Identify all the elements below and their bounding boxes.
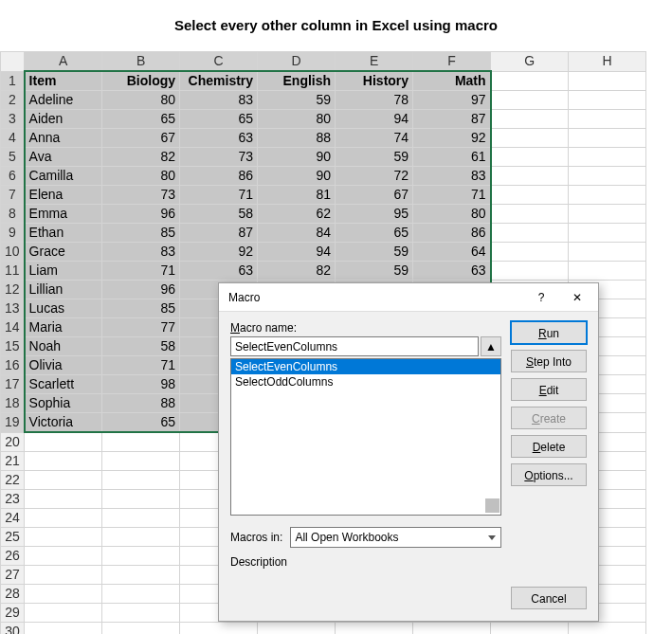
cell[interactable]: 80: [413, 205, 491, 224]
cell[interactable]: [25, 432, 102, 451]
cell[interactable]: Lillian: [25, 281, 102, 299]
row-header[interactable]: 20: [1, 432, 25, 451]
cell[interactable]: [336, 622, 413, 634]
row-header[interactable]: 25: [1, 527, 25, 546]
macros-in-select[interactable]: All Open Workbooks: [290, 527, 501, 548]
row-header[interactable]: 14: [1, 318, 25, 337]
cell[interactable]: Anna: [25, 129, 102, 148]
row-header[interactable]: 8: [1, 205, 25, 224]
cell[interactable]: [25, 584, 102, 603]
cell[interactable]: 85: [102, 299, 180, 318]
row-header[interactable]: 18: [1, 394, 25, 413]
cell[interactable]: 84: [258, 224, 336, 243]
cell[interactable]: [569, 205, 646, 224]
cell[interactable]: 83: [180, 91, 258, 110]
row-header[interactable]: 23: [1, 489, 25, 508]
cell[interactable]: 96: [102, 205, 180, 224]
cell[interactable]: 58: [102, 337, 180, 356]
cell[interactable]: 59: [336, 148, 413, 167]
cell[interactable]: Lucas: [25, 299, 102, 318]
cell[interactable]: [102, 622, 180, 634]
row-header[interactable]: 3: [1, 110, 25, 129]
cell[interactable]: 78: [336, 91, 413, 110]
cell[interactable]: Ava: [25, 148, 102, 167]
cell[interactable]: Math: [413, 71, 491, 91]
cell[interactable]: 62: [258, 205, 336, 224]
cell[interactable]: [491, 167, 569, 186]
cell[interactable]: [491, 110, 569, 129]
cell[interactable]: 88: [258, 129, 336, 148]
row-header[interactable]: 6: [1, 167, 25, 186]
cell[interactable]: [25, 565, 102, 584]
row-header[interactable]: 29: [1, 603, 25, 622]
cell[interactable]: [491, 148, 569, 167]
cell[interactable]: 59: [336, 243, 413, 262]
row-header[interactable]: 24: [1, 508, 25, 527]
cell[interactable]: [491, 262, 569, 281]
macro-list[interactable]: SelectEvenColumnsSelectOddColumns: [230, 358, 501, 516]
macro-name-up-button[interactable]: ▲: [481, 336, 501, 356]
row-header[interactable]: 12: [1, 281, 25, 299]
macro-list-item[interactable]: SelectOddColumns: [231, 374, 500, 389]
cell[interactable]: [569, 622, 646, 634]
cell[interactable]: 90: [258, 148, 336, 167]
cell[interactable]: [569, 91, 646, 110]
row-header[interactable]: 30: [1, 622, 25, 634]
row-header[interactable]: 27: [1, 565, 25, 584]
cell[interactable]: 94: [336, 110, 413, 129]
cell[interactable]: [569, 148, 646, 167]
row-header[interactable]: 5: [1, 148, 25, 167]
cell[interactable]: 64: [413, 243, 491, 262]
select-all-corner[interactable]: [1, 52, 25, 72]
cell[interactable]: [25, 622, 102, 634]
cell[interactable]: Chemistry: [180, 71, 258, 91]
column-header[interactable]: B: [102, 52, 180, 72]
cell[interactable]: [102, 546, 180, 565]
cell[interactable]: Adeline: [25, 91, 102, 110]
row-header[interactable]: 16: [1, 356, 25, 375]
cell[interactable]: [25, 527, 102, 546]
cell[interactable]: Camilla: [25, 167, 102, 186]
cell[interactable]: [569, 129, 646, 148]
options-button[interactable]: Options...: [511, 463, 587, 486]
cell[interactable]: 92: [413, 129, 491, 148]
cell[interactable]: 65: [102, 110, 180, 129]
cell[interactable]: 61: [413, 148, 491, 167]
edit-button[interactable]: Edit: [511, 378, 587, 401]
cell[interactable]: [25, 603, 102, 622]
cell[interactable]: Ethan: [25, 224, 102, 243]
cell[interactable]: [491, 205, 569, 224]
cell[interactable]: 71: [102, 356, 180, 375]
cell[interactable]: Maria: [25, 318, 102, 337]
macro-name-input[interactable]: [230, 336, 479, 356]
cell[interactable]: 71: [102, 262, 180, 281]
cell[interactable]: 96: [102, 281, 180, 299]
cell[interactable]: History: [336, 71, 413, 91]
cell[interactable]: 72: [336, 167, 413, 186]
cell[interactable]: [258, 622, 336, 634]
cell[interactable]: 63: [180, 262, 258, 281]
row-header[interactable]: 22: [1, 470, 25, 489]
column-header[interactable]: G: [491, 52, 569, 72]
macro-list-item[interactable]: SelectEvenColumns: [231, 359, 500, 374]
cell[interactable]: Liam: [25, 262, 102, 281]
cell[interactable]: 67: [102, 129, 180, 148]
cell[interactable]: [102, 584, 180, 603]
row-header[interactable]: 21: [1, 451, 25, 470]
cell[interactable]: Emma: [25, 205, 102, 224]
cell[interactable]: 80: [258, 110, 336, 129]
cell[interactable]: Elena: [25, 186, 102, 205]
row-header[interactable]: 10: [1, 243, 25, 262]
cell[interactable]: 71: [413, 186, 491, 205]
cell[interactable]: Sophia: [25, 394, 102, 413]
cell[interactable]: 87: [180, 224, 258, 243]
cell[interactable]: 81: [258, 186, 336, 205]
row-header[interactable]: 17: [1, 375, 25, 394]
dialog-titlebar[interactable]: Macro ? ✕: [219, 283, 598, 312]
cell[interactable]: [569, 110, 646, 129]
cell[interactable]: [25, 546, 102, 565]
cancel-button[interactable]: Cancel: [511, 587, 587, 609]
row-header[interactable]: 11: [1, 262, 25, 281]
cell[interactable]: [491, 186, 569, 205]
cell[interactable]: 67: [336, 186, 413, 205]
